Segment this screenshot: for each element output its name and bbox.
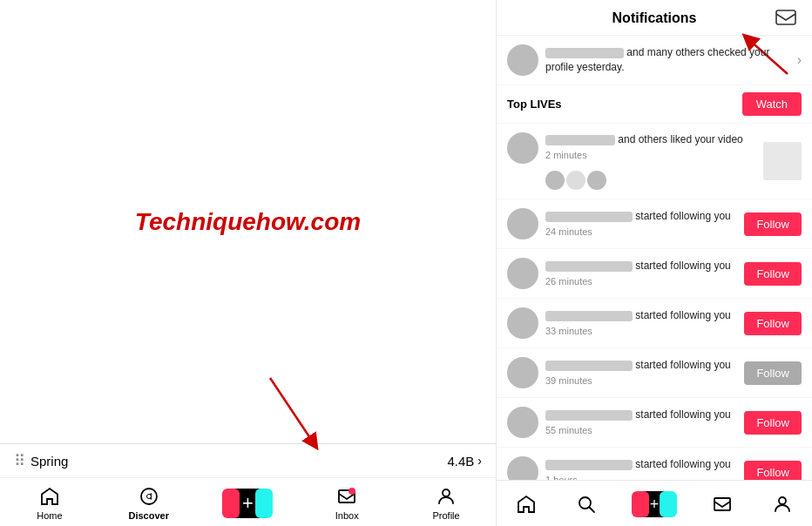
bottom-bar-wrapper: ⠿ Spring 4.4B › Home: [0, 443, 496, 526]
discover-icon: [138, 485, 160, 508]
discover-label: Discover: [128, 510, 168, 521]
notif-follow-6: started following you 1 hours Follow: [497, 448, 812, 480]
svg-point-7: [443, 489, 450, 496]
bottom-nav: Home Discover +: [0, 478, 496, 526]
notif-follow-2: started following you 26 minutes Follow: [497, 249, 812, 299]
liked-avatars: [545, 171, 756, 190]
liked-avatar-1: [545, 171, 565, 190]
sound-name: Spring: [30, 454, 68, 469]
liked-avatar-2: [566, 171, 585, 190]
right-create-button[interactable]: +: [635, 491, 673, 517]
profile-icon: [435, 485, 457, 508]
nav-item-home[interactable]: Home: [15, 485, 85, 521]
avatar-follow-5: [507, 407, 538, 438]
notif-text-follow-1: started following you 24 minutes: [545, 209, 737, 239]
sound-dots-icon: ⠿: [14, 451, 24, 470]
top-lives-row: Top LIVEs Watch: [497, 85, 812, 124]
create-button[interactable]: +: [226, 489, 269, 518]
right-bottom-nav: +: [497, 480, 812, 526]
avatar-follow-3: [507, 307, 538, 339]
liked-avatar-3: [587, 171, 606, 190]
follow-button-2[interactable]: Follow: [744, 262, 802, 286]
follow-button-4[interactable]: Follow: [744, 361, 802, 385]
follow-button-5[interactable]: Follow: [744, 411, 802, 435]
notif-profile-check: and many others checked your profile yes…: [497, 36, 812, 85]
right-home-icon: [516, 494, 537, 515]
blurred-name-liked: [545, 135, 615, 145]
home-label: Home: [37, 510, 62, 521]
avatar-follow-1: [507, 208, 538, 239]
right-nav-inbox[interactable]: [701, 490, 743, 518]
svg-rect-6: [348, 488, 355, 495]
profile-label: Profile: [432, 510, 459, 521]
right-nav-create[interactable]: +: [625, 488, 684, 521]
nav-item-create[interactable]: +: [213, 489, 282, 518]
notif-text-follow-3: started following you 33 minutes: [545, 308, 737, 338]
inbox-header-icon[interactable]: [774, 9, 798, 28]
svg-rect-10: [776, 10, 795, 24]
notif-text-follow-2: started following you 26 minutes: [545, 259, 737, 288]
top-lives-label: Top LIVEs: [507, 98, 562, 111]
inbox-icon: [335, 485, 358, 508]
right-nav-home[interactable]: [505, 490, 547, 518]
follow-button-3[interactable]: Follow: [744, 312, 802, 335]
left-content: Techniquehow.com: [0, 0, 496, 443]
video-thumbnail: [763, 142, 802, 180]
plus-icon: +: [242, 494, 254, 513]
notif-liked: and others liked your video 2 minutes: [497, 124, 812, 199]
svg-line-12: [589, 508, 594, 513]
notifications-list: and many others checked your profile yes…: [497, 36, 812, 480]
notifications-title: Notifications: [535, 10, 774, 26]
watch-button[interactable]: Watch: [742, 92, 802, 116]
svg-point-14: [779, 497, 786, 504]
svg-rect-13: [714, 498, 730, 510]
right-profile-icon: [772, 494, 793, 515]
right-plus-icon: +: [650, 496, 660, 512]
nav-item-discover[interactable]: Discover: [114, 485, 184, 521]
inbox-label: Inbox: [335, 510, 359, 521]
watermark-text: Techniquehow.com: [135, 208, 361, 236]
notif-text-follow-4: started following you 39 minutes: [545, 358, 737, 388]
notif-follow-1: started following you 24 minutes Follow: [497, 199, 812, 249]
right-nav-search[interactable]: [565, 490, 607, 518]
nav-item-profile[interactable]: Profile: [411, 485, 481, 521]
blurred-name: [545, 48, 624, 58]
chevron-right-icon: ›: [477, 454, 482, 468]
svg-point-4: [146, 495, 151, 499]
right-nav-profile[interactable]: [761, 490, 803, 518]
right-panel: Notifications and many others checked yo…: [497, 0, 812, 526]
chevron-right-profile-check: ›: [797, 52, 802, 68]
avatar-follow-4: [507, 357, 538, 388]
notif-text-follow-5: started following you 55 minutes: [545, 408, 737, 437]
sound-count: 4.4B ›: [447, 454, 482, 469]
nav-item-inbox[interactable]: Inbox: [312, 485, 382, 521]
notif-follow-4: started following you 39 minutes Follow: [497, 348, 812, 398]
avatar-liked: [507, 132, 538, 164]
avatar-follow-6: [507, 456, 538, 480]
notif-text-profile-check: and many others checked your profile yes…: [545, 45, 790, 75]
right-inbox-icon: [712, 494, 733, 515]
notif-follow-3: started following you 33 minutes Follow: [497, 299, 812, 348]
notif-follow-5: started following you 55 minutes Follow: [497, 398, 812, 448]
sound-bar: ⠿ Spring 4.4B ›: [0, 444, 496, 478]
notif-text-liked: and others liked your video 2 minutes: [545, 132, 756, 162]
follow-button-1[interactable]: Follow: [744, 212, 802, 236]
follow-button-6[interactable]: Follow: [744, 461, 802, 481]
avatar-follow-2: [507, 258, 538, 289]
avatar-profile-check: [507, 44, 538, 76]
notifications-header: Notifications: [497, 0, 812, 36]
left-panel: Techniquehow.com ⠿ Spring 4.4B ›: [0, 0, 497, 526]
notif-text-follow-6: started following you 1 hours: [545, 457, 737, 480]
home-icon: [38, 485, 61, 508]
right-search-icon: [576, 494, 597, 515]
